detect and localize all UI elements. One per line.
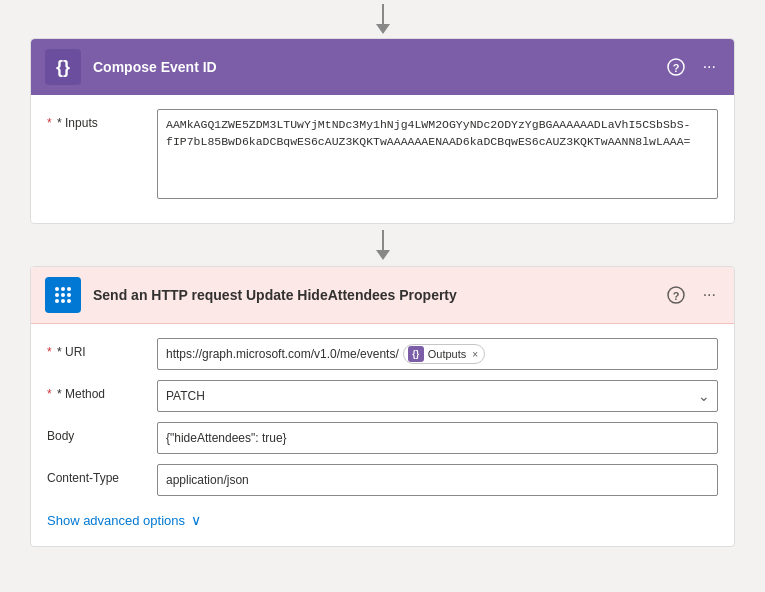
- compose-more-button[interactable]: ···: [699, 56, 720, 78]
- grid-icon: [52, 284, 74, 306]
- inputs-row: * * Inputs AAMkAGQ1ZWE5ZDM3LTUwYjMtNDc3M…: [47, 109, 718, 199]
- uri-row: * * URI https://graph.microsoft.com/v1.0…: [47, 338, 718, 370]
- compose-icon-symbol: {}: [56, 57, 70, 78]
- content-type-row: Content-Type: [47, 464, 718, 496]
- method-label: * * Method: [47, 380, 157, 401]
- uri-token-chip[interactable]: {} Outputs ×: [403, 344, 485, 364]
- show-advanced-options[interactable]: Show advanced options ∨: [47, 506, 718, 532]
- uri-label: * * URI: [47, 338, 157, 359]
- svg-point-10: [67, 299, 71, 303]
- http-card-actions: ? ···: [663, 284, 720, 306]
- svg-point-6: [61, 293, 65, 297]
- http-card-title: Send an HTTP request Update HideAttendee…: [93, 287, 663, 303]
- svg-text:?: ?: [672, 62, 679, 74]
- uri-required-star: *: [47, 345, 52, 359]
- compose-card-header: {} Compose Event ID ? ···: [31, 39, 734, 95]
- svg-point-2: [55, 287, 59, 291]
- show-advanced-chevron-icon: ∨: [191, 512, 201, 528]
- token-close-button[interactable]: ×: [472, 349, 478, 360]
- svg-point-3: [61, 287, 65, 291]
- compose-card-icon: {}: [45, 49, 81, 85]
- inputs-label: * * Inputs: [47, 109, 157, 130]
- http-card-body: * * URI https://graph.microsoft.com/v1.0…: [31, 324, 734, 546]
- inputs-textarea[interactable]: AAMkAGQ1ZWE5ZDM3LTUwYjMtNDc3My1hNjg4LWM2…: [157, 109, 718, 199]
- compose-help-button[interactable]: ?: [663, 56, 689, 78]
- http-request-card: Send an HTTP request Update HideAttendee…: [30, 266, 735, 547]
- method-row: * * Method PATCH GET POST PUT DELETE ⌄: [47, 380, 718, 412]
- svg-point-5: [55, 293, 59, 297]
- method-select-wrapper: PATCH GET POST PUT DELETE ⌄: [157, 380, 718, 412]
- compose-card-actions: ? ···: [663, 56, 720, 78]
- uri-input-wrapper[interactable]: https://graph.microsoft.com/v1.0/me/even…: [157, 338, 718, 370]
- inputs-required-star: *: [47, 116, 52, 130]
- token-icon: {}: [408, 346, 424, 362]
- body-label: Body: [47, 422, 157, 443]
- http-card-icon: [45, 277, 81, 313]
- content-type-label: Content-Type: [47, 464, 157, 485]
- svg-point-8: [55, 299, 59, 303]
- compose-card-title: Compose Event ID: [93, 59, 663, 75]
- body-input[interactable]: [157, 422, 718, 454]
- svg-text:?: ?: [672, 290, 679, 302]
- svg-point-9: [61, 299, 65, 303]
- method-select[interactable]: PATCH GET POST PUT DELETE: [157, 380, 718, 412]
- compose-card-body: * * Inputs AAMkAGQ1ZWE5ZDM3LTUwYjMtNDc3M…: [31, 95, 734, 223]
- method-required-star: *: [47, 387, 52, 401]
- show-advanced-label: Show advanced options: [47, 513, 185, 528]
- uri-prefix-text: https://graph.microsoft.com/v1.0/me/even…: [166, 347, 399, 361]
- content-type-input[interactable]: [157, 464, 718, 496]
- body-row: Body: [47, 422, 718, 454]
- svg-point-7: [67, 293, 71, 297]
- token-label: Outputs: [428, 348, 467, 360]
- http-more-button[interactable]: ···: [699, 284, 720, 306]
- middle-connector: [376, 224, 390, 266]
- http-card-header: Send an HTTP request Update HideAttendee…: [31, 267, 734, 324]
- http-help-button[interactable]: ?: [663, 284, 689, 306]
- compose-event-id-card: {} Compose Event ID ? ··· * * Inpu: [30, 38, 735, 224]
- top-connector: [376, 0, 390, 38]
- svg-point-4: [67, 287, 71, 291]
